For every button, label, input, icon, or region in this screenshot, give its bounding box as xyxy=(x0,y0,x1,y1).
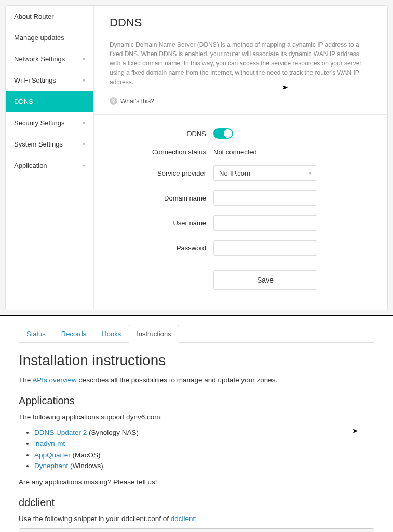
save-button[interactable]: Save xyxy=(213,270,317,290)
sidebar-item-system-settings[interactable]: System Settings ▾ xyxy=(6,134,93,155)
main-panel: DDNS Dynamic Domain Name Server (DDNS) i… xyxy=(94,6,387,310)
list-item: AppQuarter (MacOS) xyxy=(34,449,374,461)
sidebar-label: About Router xyxy=(14,12,54,20)
ddns-toggle[interactable] xyxy=(213,128,233,139)
sidebar-label: DDNS xyxy=(14,98,33,105)
help-icon: ? xyxy=(110,97,117,105)
router-card: About Router Manage updates Network Sett… xyxy=(5,5,388,310)
domain-name-input[interactable] xyxy=(213,190,317,206)
sidebar-item-about-router[interactable]: About Router xyxy=(6,6,93,27)
chevron-down-icon: ▾ xyxy=(83,56,85,62)
user-name-label: User name xyxy=(110,219,213,227)
tab-hooks[interactable]: Hooks xyxy=(94,325,129,342)
chevron-down-icon: ▾ xyxy=(83,77,85,83)
sidebar-item-security-settings[interactable]: Security Settings ▾ xyxy=(6,112,93,134)
api-overview-link[interactable]: APIs overview xyxy=(32,376,77,384)
sidebar: About Router Manage updates Network Sett… xyxy=(6,6,94,310)
docs-panel: Status Records Hooks Instructions Instal… xyxy=(0,316,393,532)
tab-records[interactable]: Records xyxy=(53,325,94,342)
connection-status-label: Connection status xyxy=(110,148,213,156)
domain-name-label: Domain name xyxy=(110,194,213,202)
divider xyxy=(94,114,387,115)
whats-this-link[interactable]: What's this? xyxy=(120,98,154,105)
sidebar-label: Wi-Fi Settings xyxy=(14,76,56,84)
missing-apps: Are any applications missing? Please tel… xyxy=(19,477,374,487)
sidebar-item-ddns[interactable]: DDNS xyxy=(6,91,93,112)
list-item: inadyn-mt xyxy=(34,438,374,449)
chevron-down-icon: ▾ xyxy=(309,170,311,176)
docs-intro: The APIs overview describes all the poss… xyxy=(19,375,374,385)
ddclient-heading: ddclient xyxy=(19,497,374,509)
chevron-down-icon: ▾ xyxy=(83,141,85,147)
applications-intro: The following applications support dynv6… xyxy=(19,412,374,422)
sidebar-label: System Settings xyxy=(14,140,63,148)
chevron-down-icon: ▾ xyxy=(83,120,85,126)
applications-list: DDNS Updater 2 (Synology NAS) inadyn-mt … xyxy=(34,427,374,472)
ddclient-intro: Use the following snippet in your ddclie… xyxy=(19,514,374,524)
tab-status[interactable]: Status xyxy=(19,325,53,342)
page-description: Dynamic Domain Name Server (DDNS) is a m… xyxy=(110,40,364,87)
app-link[interactable]: DDNS Updater 2 xyxy=(34,429,87,436)
whats-this[interactable]: ? What's this? xyxy=(110,97,372,105)
chevron-down-icon: ▾ xyxy=(83,163,85,168)
docs-heading: Installation instructions xyxy=(19,352,374,369)
list-item: DDNS Updater 2 (Synology NAS) xyxy=(34,427,374,438)
sidebar-label: Application xyxy=(14,162,47,169)
sidebar-item-wifi-settings[interactable]: Wi-Fi Settings ▾ xyxy=(6,70,93,91)
sidebar-item-manage-updates[interactable]: Manage updates xyxy=(6,27,93,48)
sidebar-label: Security Settings xyxy=(14,119,65,127)
password-input[interactable] xyxy=(213,240,317,256)
page-title: DDNS xyxy=(110,16,372,30)
app-link[interactable]: AppQuarter xyxy=(34,451,71,459)
password-label: Password xyxy=(110,244,213,252)
tabs: Status Records Hooks Instructions xyxy=(19,325,374,343)
sidebar-label: Network Settings xyxy=(14,55,65,63)
app-link[interactable]: inadyn-mt xyxy=(34,440,65,447)
sidebar-item-network-settings[interactable]: Network Settings ▾ xyxy=(6,48,93,70)
connection-status-value: Not connected xyxy=(213,148,257,156)
service-provider-label: Service provider xyxy=(110,169,213,177)
ddns-toggle-label: DDNS xyxy=(110,130,213,138)
ddclient-codeblock[interactable]: protocol=dyndns2 server=dynv6.com login=… xyxy=(19,528,374,532)
service-provider-select[interactable]: No-IP.com ▾ xyxy=(213,165,317,181)
service-provider-value: No-IP.com xyxy=(219,169,250,177)
sidebar-item-application[interactable]: Application ▾ xyxy=(6,155,93,176)
list-item: Dynephant (Windows) xyxy=(34,460,374,472)
sidebar-label: Manage updates xyxy=(14,34,64,42)
applications-heading: Applications xyxy=(19,395,374,407)
user-name-input[interactable] xyxy=(213,215,317,231)
ddclient-link[interactable]: ddclient xyxy=(171,515,195,523)
app-link[interactable]: Dynephant xyxy=(34,462,68,470)
tab-instructions[interactable]: Instructions xyxy=(129,325,179,343)
